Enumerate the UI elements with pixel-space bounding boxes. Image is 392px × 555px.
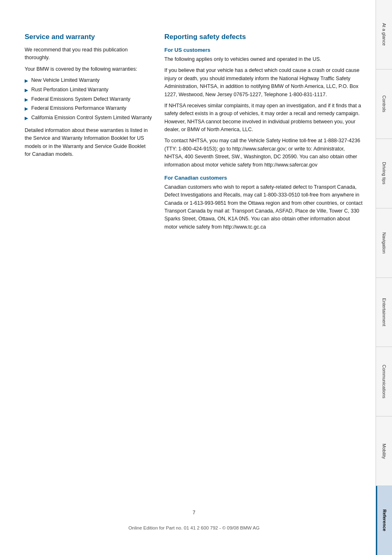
service-detail-text: Detailed information about these warrant… bbox=[25, 127, 152, 159]
service-warranty-title: Service and warranty bbox=[25, 33, 152, 41]
list-item: ▶ New Vehicle Limited Warranty bbox=[25, 76, 152, 84]
service-intro-1: We recommend that you read this publicat… bbox=[25, 46, 152, 62]
warranty-list: ▶ New Vehicle Limited Warranty ▶ Rust Pe… bbox=[25, 76, 152, 122]
left-column: Service and warranty We recommend that y… bbox=[25, 33, 152, 234]
us-para-4: To contact NHTSA, you may call the Vehic… bbox=[164, 137, 363, 169]
main-content: Service and warranty We recommend that y… bbox=[0, 0, 376, 555]
sidebar-tab-driving-tips[interactable]: Driving tips bbox=[376, 139, 392, 208]
sidebar-tab-at-a-glance[interactable]: At a glance bbox=[376, 0, 392, 69]
us-para-1: The following applies only to vehicles o… bbox=[164, 56, 363, 63]
footer: 7 Online Edition for Part no. 01 41 2 60… bbox=[25, 493, 363, 530]
list-item: ▶ Federal Emissions Performance Warranty bbox=[25, 104, 152, 112]
right-column: Reporting safety defects For US customer… bbox=[164, 33, 363, 234]
two-column-layout: Service and warranty We recommend that y… bbox=[25, 33, 363, 234]
page-number: 7 bbox=[25, 510, 363, 516]
sidebar-tab-controls[interactable]: Controls bbox=[376, 69, 392, 139]
reporting-defects-title: Reporting safety defects bbox=[164, 33, 363, 41]
ca-para-1: Canadian customers who wish to report a … bbox=[164, 183, 363, 231]
sidebar-tab-communications[interactable]: Communications bbox=[376, 347, 392, 416]
sidebar-tab-reference[interactable]: Reference bbox=[376, 486, 392, 555]
list-item: ▶ Federal Emissions System Defect Warran… bbox=[25, 95, 152, 103]
service-intro-2: Your BMW is covered by the following war… bbox=[25, 65, 152, 73]
list-item: ▶ Rust Perforation Limited Warranty bbox=[25, 86, 152, 94]
bullet-arrow-icon: ▶ bbox=[25, 105, 28, 112]
ca-customers-subtitle: For Canadian customers bbox=[164, 175, 363, 181]
sidebar-tab-navigation[interactable]: Navigation bbox=[376, 208, 392, 278]
sidebar-tab-mobility[interactable]: Mobility bbox=[376, 416, 392, 486]
footer-text: Online Edition for Part no. 01 41 2 600 … bbox=[25, 517, 363, 530]
bullet-arrow-icon: ▶ bbox=[25, 115, 28, 122]
list-item: ▶ California Emission Control System Lim… bbox=[25, 114, 152, 122]
bullet-arrow-icon: ▶ bbox=[25, 77, 28, 84]
us-para-2: If you believe that your vehicle has a d… bbox=[164, 67, 363, 99]
us-para-3: If NHTSA receives similar complaints, it… bbox=[164, 102, 363, 134]
sidebar: At a glance Controls Driving tips Naviga… bbox=[376, 0, 392, 555]
us-customers-subtitle: For US customers bbox=[164, 47, 363, 53]
bullet-arrow-icon: ▶ bbox=[25, 96, 28, 103]
sidebar-tab-entertainment[interactable]: Entertainment bbox=[376, 278, 392, 347]
bullet-arrow-icon: ▶ bbox=[25, 87, 28, 94]
